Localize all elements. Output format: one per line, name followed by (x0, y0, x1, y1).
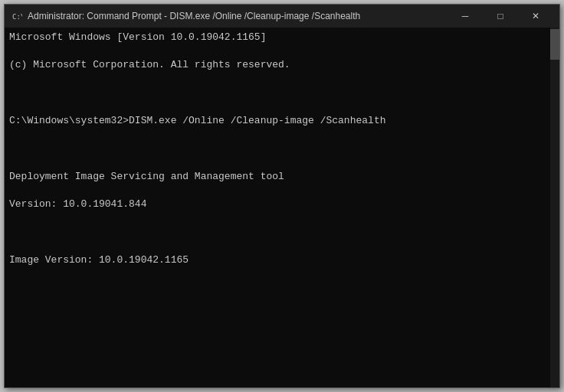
maximize-button[interactable]: □ (483, 5, 518, 28)
console-line: Deployment Image Servicing and Managemen… (9, 170, 546, 184)
scrollbar[interactable] (550, 28, 559, 387)
console-body: Microsoft Windows [Version 10.0.19042.11… (5, 28, 559, 387)
console-line: Microsoft Windows [Version 10.0.19042.11… (9, 31, 546, 44)
console-line (9, 226, 546, 240)
console-line: Image Version: 10.0.19042.1165 (9, 253, 546, 267)
scrollbar-thumb[interactable] (550, 29, 559, 60)
console-line (9, 281, 546, 295)
svg-text:C:\: C:\ (12, 13, 22, 21)
console-line (9, 87, 546, 100)
window-controls: ─ □ ✕ (448, 5, 553, 28)
console-line (9, 309, 546, 323)
minimize-button[interactable]: ─ (448, 5, 483, 28)
cmd-window: C:\ Administrator: Command Prompt - DISM… (4, 4, 560, 388)
console-line: Version: 10.0.19041.844 (9, 198, 546, 211)
window-title: Administrator: Command Prompt - DISM.exe… (28, 11, 448, 21)
console-line (9, 142, 546, 156)
console-line: (c) Microsoft Corporation. All rights re… (9, 58, 546, 72)
title-bar: C:\ Administrator: Command Prompt - DISM… (5, 5, 559, 28)
cmd-icon: C:\ (11, 10, 23, 22)
console-line: C:\Windows\system32>DISM.exe /Online /Cl… (9, 114, 546, 128)
close-button[interactable]: ✕ (518, 5, 553, 28)
console-line (9, 337, 546, 351)
console-output[interactable]: Microsoft Windows [Version 10.0.19042.11… (5, 28, 550, 387)
console-line (9, 365, 546, 379)
